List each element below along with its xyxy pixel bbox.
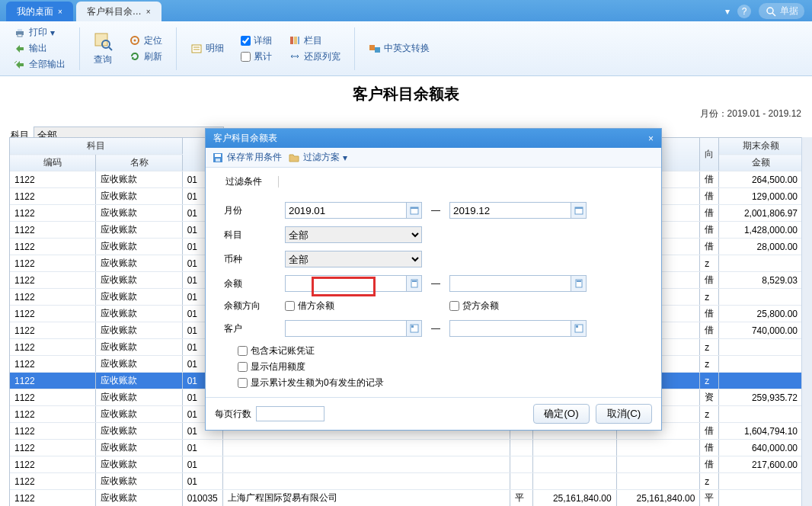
export-all-icon — [14, 59, 26, 71]
svg-rect-19 — [215, 154, 221, 157]
detail-button[interactable]: 明细 — [190, 42, 224, 55]
locate-button[interactable]: 定位 — [129, 34, 162, 47]
month-from-input[interactable] — [285, 202, 407, 219]
svg-rect-30 — [411, 325, 414, 328]
debit-balance-checkbox[interactable] — [285, 301, 295, 311]
dialog-toolbar: 保存常用条件 过滤方案 ▾ — [206, 148, 661, 168]
table-row[interactable]: 1122应收账款01借640,000.00 — [10, 440, 803, 456]
show-zero-label: 显示累计发生额为0有发生的记录 — [251, 376, 384, 389]
export-icon — [14, 43, 26, 55]
lang-switch-button[interactable]: 中英文转换 — [369, 42, 430, 55]
dropdown-icon[interactable]: ▾ — [725, 6, 730, 17]
dialog-title: 客户科目余额表 — [213, 132, 277, 145]
dialog-titlebar[interactable]: 客户科目余额表 × — [206, 129, 661, 148]
export-button[interactable]: 输出 — [14, 42, 66, 55]
cancel-button[interactable]: 取消(C) — [596, 404, 652, 424]
subject-select[interactable]: 全部 — [285, 226, 422, 243]
svg-rect-22 — [411, 207, 418, 209]
refresh-icon — [129, 50, 141, 62]
rows-per-page-input[interactable] — [256, 406, 324, 421]
svg-rect-5 — [95, 34, 107, 46]
table-row[interactable]: 1122应收账款01借217,600.00 — [10, 456, 803, 473]
ok-button[interactable]: 确定(O) — [533, 404, 590, 424]
show-credit-limit-label: 显示信用额度 — [251, 360, 305, 373]
customer-to-input[interactable] — [449, 320, 571, 337]
table-row[interactable]: 1122应收账款01z — [10, 473, 803, 490]
svg-line-1 — [772, 13, 775, 16]
svg-rect-24 — [575, 207, 583, 209]
lookup-icon[interactable] — [571, 320, 587, 337]
balance-to-input[interactable] — [449, 275, 571, 292]
calendar-icon[interactable] — [407, 202, 422, 219]
balance-label: 余额 — [224, 277, 285, 290]
detailed-cb[interactable] — [241, 36, 251, 46]
global-search[interactable]: 单据 — [759, 3, 804, 19]
credit-balance-label: 贷方余额 — [462, 299, 499, 312]
col-dir: 向 — [700, 138, 719, 171]
vertical-scrollbar[interactable] — [801, 137, 812, 506]
customer-from-input[interactable] — [285, 320, 407, 337]
show-credit-limit-checkbox[interactable] — [238, 362, 248, 372]
table-row[interactable]: 1122应收账款010035上海广程国际贸易有限公司平25,161,840.00… — [10, 490, 803, 507]
svg-rect-3 — [18, 29, 22, 31]
search-button[interactable]: 查询 — [88, 30, 118, 66]
cumulative-cb[interactable] — [241, 52, 251, 62]
month-to-input[interactable] — [449, 202, 571, 219]
columns-button[interactable]: 栏目 — [289, 34, 340, 47]
svg-rect-4 — [18, 34, 22, 37]
help-icon[interactable]: ? — [737, 5, 751, 18]
refresh-button[interactable]: 刷新 — [129, 50, 162, 63]
tab-desktop[interactable]: 我的桌面× — [6, 2, 73, 21]
save-icon — [212, 152, 224, 164]
columns-icon — [289, 34, 301, 46]
rows-per-page-label: 每页行数 — [215, 408, 251, 421]
svg-rect-17 — [375, 47, 380, 53]
ribbon: 打印 ▾ 输出 全部输出 查询 定位 刷新 明细 详细 累计 栏目 还原列宽 中… — [0, 21, 812, 76]
show-zero-checkbox[interactable] — [238, 378, 248, 388]
subject-label: 科目 — [224, 229, 285, 242]
dialog-footer: 每页行数 确定(O) 取消(C) — [206, 397, 661, 430]
col-code: 编码 — [10, 155, 96, 171]
calculator-icon[interactable] — [571, 275, 587, 292]
search-big-icon — [92, 30, 113, 52]
debit-balance-label: 借方余额 — [298, 299, 334, 312]
filter-plan-button[interactable]: 过滤方案 ▾ — [288, 151, 347, 164]
tab-report[interactable]: 客户科目余…× — [76, 2, 161, 21]
close-icon[interactable]: × — [648, 133, 654, 144]
search-icon — [765, 5, 777, 18]
reset-width-button[interactable]: 还原列宽 — [289, 50, 340, 63]
lang-icon — [369, 43, 381, 55]
svg-rect-10 — [192, 45, 201, 53]
calendar-icon[interactable] — [571, 202, 587, 219]
printer-icon — [14, 27, 26, 39]
svg-line-7 — [109, 47, 112, 50]
svg-rect-13 — [290, 37, 293, 44]
currency-label: 币种 — [224, 253, 285, 266]
period-line: 月份：2019.01 - 2019.12 — [0, 107, 812, 123]
credit-balance-checkbox[interactable] — [449, 301, 459, 311]
folder-icon — [288, 152, 300, 164]
svg-rect-15 — [298, 37, 299, 44]
dialog-tabs: 过滤条件 — [206, 168, 661, 193]
col-group-ending: 期末余额 — [719, 138, 803, 155]
col-amount: 金额 — [719, 155, 803, 171]
svg-rect-20 — [216, 159, 220, 162]
calculator-icon[interactable] — [407, 275, 422, 292]
detailed-checkbox[interactable]: 详细 — [241, 34, 272, 47]
filter-dialog: 客户科目余额表 × 保存常用条件 过滤方案 ▾ 过滤条件 月份 — 科目 全部 … — [205, 128, 662, 431]
include-unposted-label: 包含未记账凭证 — [251, 344, 315, 357]
include-unposted-checkbox[interactable] — [238, 346, 248, 356]
tab-filter-conditions[interactable]: 过滤条件 — [216, 172, 271, 193]
export-all-button[interactable]: 全部输出 — [14, 58, 66, 71]
print-button[interactable]: 打印 ▾ — [14, 26, 66, 39]
lookup-icon[interactable] — [407, 320, 422, 337]
cumulative-checkbox[interactable]: 累计 — [241, 50, 272, 63]
reset-width-icon — [289, 50, 301, 62]
currency-select[interactable]: 全部 — [285, 251, 422, 267]
month-label: 月份 — [224, 204, 285, 217]
close-icon[interactable]: × — [146, 8, 151, 16]
save-conditions-button[interactable]: 保存常用条件 — [212, 151, 282, 164]
close-icon[interactable]: × — [58, 8, 62, 16]
page-title: 客户科目余额表 — [0, 76, 812, 107]
annotation-highlight — [312, 277, 376, 296]
